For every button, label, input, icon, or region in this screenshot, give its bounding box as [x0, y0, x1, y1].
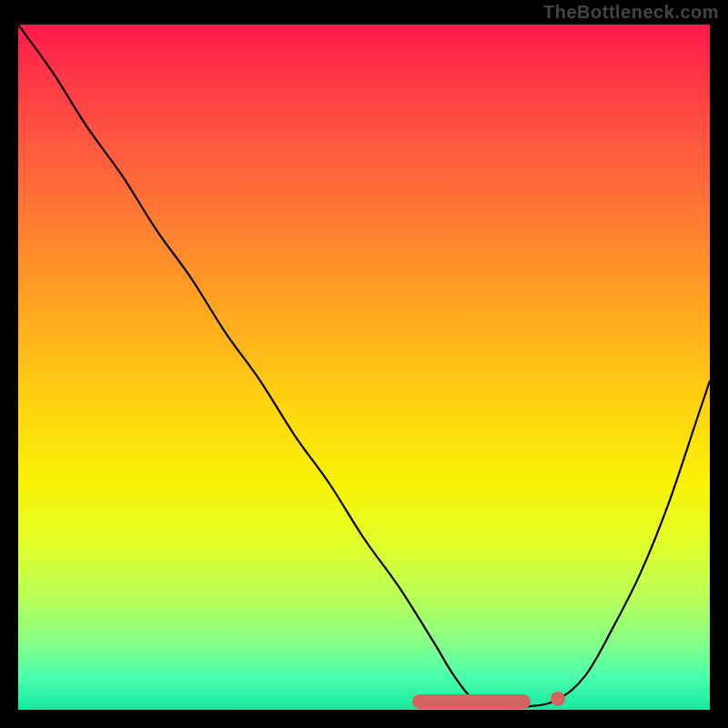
curve-path	[18, 25, 710, 707]
flat-minimum-bar	[412, 694, 531, 709]
chart-frame: TheBottleneck.com	[0, 0, 728, 728]
bottleneck-curve	[18, 25, 710, 710]
plot-area	[18, 25, 710, 710]
watermark-text: TheBottleneck.com	[543, 2, 719, 23]
flat-minimum-end-dot	[551, 692, 565, 706]
